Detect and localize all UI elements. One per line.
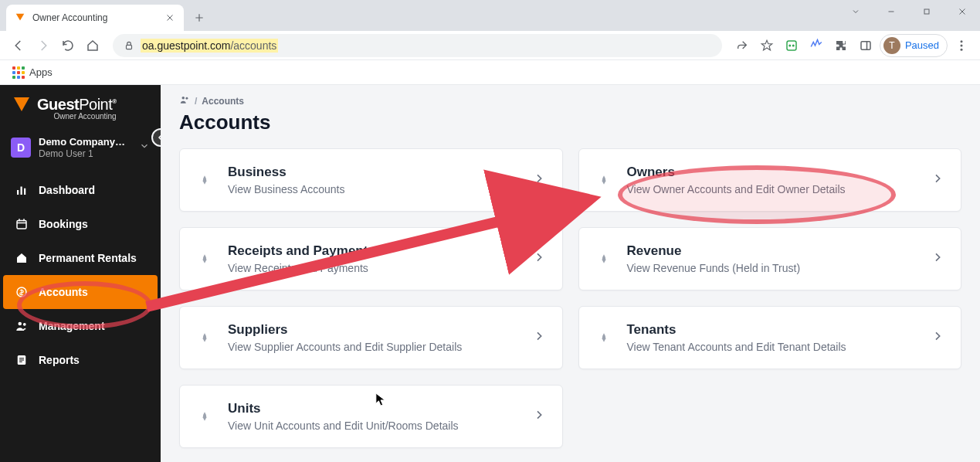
pin-icon[interactable] xyxy=(197,411,212,422)
brand-name: GuestPoint® xyxy=(37,96,117,114)
card-title: Revenue xyxy=(627,243,917,259)
company-selector[interactable]: D Demo Company… Demo User 1 xyxy=(8,133,153,162)
breadcrumb-home-icon[interactable] xyxy=(179,94,190,107)
extension-blue-icon[interactable] xyxy=(805,35,827,56)
app-root: GuestPoint® Owner Accounting D Demo Comp… xyxy=(0,85,980,462)
company-user: Demo User 1 xyxy=(39,148,131,159)
apps-shortcut[interactable]: Apps xyxy=(8,63,57,82)
card-desc: View Tenant Accounts and Edit Tenant Det… xyxy=(627,341,917,353)
pin-icon[interactable] xyxy=(596,332,612,343)
cursor-icon xyxy=(375,392,388,408)
profile-paused-chip[interactable]: T Paused xyxy=(880,34,948,57)
svg-point-21 xyxy=(23,323,26,326)
card-units[interactable]: UnitsView Unit Accounts and Edit Unit/Ro… xyxy=(179,385,563,448)
card-receipts-payments[interactable]: Receipts and PaymentsView Receipts and P… xyxy=(179,227,563,290)
nav-reload-button[interactable] xyxy=(57,35,79,56)
sidebar-item-label: Management xyxy=(39,320,105,332)
sidebar-nav: Dashboard Bookings Permanent Rentals Acc… xyxy=(0,173,161,377)
calendar-icon xyxy=(14,216,29,232)
chevron-right-icon xyxy=(931,330,944,345)
svg-rect-1 xyxy=(924,9,929,14)
svg-rect-14 xyxy=(24,189,25,195)
sidebar-item-permanent-rentals[interactable]: Permanent Rentals xyxy=(0,241,161,275)
pin-icon[interactable] xyxy=(596,175,612,185)
svg-rect-2 xyxy=(127,45,132,49)
svg-point-5 xyxy=(792,44,795,46)
svg-rect-12 xyxy=(17,190,19,195)
sidebar-item-label: Dashboard xyxy=(39,184,95,196)
breadcrumb: / Accounts xyxy=(179,94,961,107)
svg-rect-3 xyxy=(787,41,796,50)
cards-grid: BusinessView Business Accounts OwnersVie… xyxy=(179,148,961,448)
nav-home-button[interactable] xyxy=(82,35,103,56)
card-revenue[interactable]: RevenueView Revenue Funds (Held in Trust… xyxy=(578,227,962,290)
nav-forward-button[interactable] xyxy=(32,35,54,56)
card-suppliers[interactable]: SuppliersView Supplier Accounts and Edit… xyxy=(179,306,563,369)
browser-tab-bar: Owner Accounting xyxy=(0,0,980,31)
tab-favicon-icon xyxy=(14,12,26,24)
svg-rect-13 xyxy=(21,186,22,195)
profile-avatar: T xyxy=(883,37,900,54)
svg-rect-6 xyxy=(861,41,870,49)
company-info: Demo Company… Demo User 1 xyxy=(39,136,131,159)
sidebar-item-bookings[interactable]: Bookings xyxy=(0,207,161,241)
window-controls xyxy=(838,0,980,23)
chevron-right-icon xyxy=(533,409,545,424)
main-content: / Accounts Accounts BusinessView Busines… xyxy=(161,85,980,462)
card-owners[interactable]: OwnersView Owner Accounts and Edit Owner… xyxy=(578,148,962,212)
card-tenants[interactable]: TenantsView Tenant Accounts and Edit Ten… xyxy=(578,306,962,369)
card-title: Tenants xyxy=(627,322,917,338)
new-tab-button[interactable] xyxy=(188,7,210,29)
sidebar: GuestPoint® Owner Accounting D Demo Comp… xyxy=(0,85,161,462)
pin-icon[interactable] xyxy=(197,175,212,185)
money-icon xyxy=(14,284,29,300)
sidebar-item-label: Permanent Rentals xyxy=(39,252,137,264)
tab-close-icon[interactable] xyxy=(164,12,176,24)
page-title: Accounts xyxy=(179,110,961,134)
svg-rect-15 xyxy=(17,220,26,229)
chevron-right-icon xyxy=(533,172,545,188)
sidebar-item-label: Accounts xyxy=(39,286,88,298)
brand-subtitle: Owner Accounting xyxy=(37,112,117,121)
card-title: Receipts and Payments xyxy=(228,243,517,259)
sidebar-item-reports[interactable]: Reports xyxy=(0,343,161,377)
pin-icon[interactable] xyxy=(596,253,612,264)
pin-icon[interactable] xyxy=(197,332,212,343)
chart-bar-icon xyxy=(14,182,29,198)
breadcrumb-separator: / xyxy=(195,96,197,107)
sidebar-item-accounts[interactable]: Accounts xyxy=(3,275,158,309)
browser-address-bar: oa.guestpoint.com/accounts T Paused xyxy=(0,31,980,60)
pin-icon[interactable] xyxy=(197,253,212,264)
window-close-icon[interactable] xyxy=(944,0,980,23)
card-desc: View Owner Accounts and Edit Owner Detai… xyxy=(627,183,917,195)
card-desc: View Revenue Funds (Held in Trust) xyxy=(627,262,917,274)
window-minimize-icon[interactable] xyxy=(873,0,909,23)
svg-point-10 xyxy=(961,48,963,50)
extension-green-icon[interactable] xyxy=(781,35,802,56)
share-icon[interactable] xyxy=(731,35,753,56)
card-business[interactable]: BusinessView Business Accounts xyxy=(179,148,563,212)
sidepanel-icon[interactable] xyxy=(855,35,877,56)
company-badge: D xyxy=(11,138,31,158)
chevron-right-icon xyxy=(533,330,545,345)
nav-back-button[interactable] xyxy=(8,35,29,56)
browser-tab[interactable]: Owner Accounting xyxy=(6,5,184,31)
svg-point-4 xyxy=(788,44,791,46)
extensions-puzzle-icon[interactable] xyxy=(830,35,852,56)
bookmark-star-icon[interactable] xyxy=(756,35,778,56)
sidebar-item-management[interactable]: Management xyxy=(0,309,161,343)
sidebar-item-dashboard[interactable]: Dashboard xyxy=(0,173,161,207)
window-dropdown-icon[interactable] xyxy=(838,0,873,23)
card-desc: View Supplier Accounts and Edit Supplier… xyxy=(228,341,517,353)
window-maximize-icon[interactable] xyxy=(909,0,944,23)
company-name: Demo Company… xyxy=(39,136,131,148)
bookmarks-bar: Apps xyxy=(0,60,980,85)
svg-point-27 xyxy=(185,97,188,100)
card-desc: View Receipts and Payments xyxy=(228,262,517,274)
url-input[interactable]: oa.guestpoint.com/accounts xyxy=(113,34,722,57)
apps-label: Apps xyxy=(29,66,53,78)
svg-point-20 xyxy=(19,322,22,326)
kebab-menu-icon[interactable] xyxy=(951,35,972,56)
card-title: Business xyxy=(228,165,517,180)
chevron-right-icon xyxy=(931,251,944,267)
